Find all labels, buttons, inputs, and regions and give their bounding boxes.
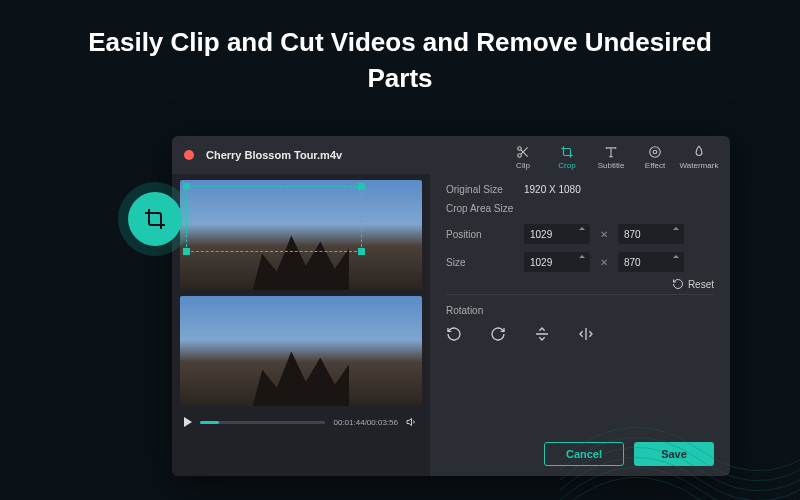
crop-area-label: Crop Area Size bbox=[446, 203, 714, 214]
close-icon[interactable] bbox=[184, 150, 194, 160]
tool-tabs: Clip Crop Subtitle Effect Watermark bbox=[502, 140, 720, 174]
crop-handle-bl[interactable] bbox=[183, 248, 190, 255]
crop-handle-br[interactable] bbox=[358, 248, 365, 255]
reset-icon bbox=[672, 278, 684, 290]
rotate-ccw-button[interactable] bbox=[446, 326, 462, 344]
tab-label: Subtitle bbox=[598, 161, 625, 170]
position-y-input[interactable] bbox=[618, 224, 684, 244]
times-icon: ✕ bbox=[600, 229, 608, 240]
original-size-label: Original Size bbox=[446, 184, 524, 195]
effect-icon bbox=[648, 145, 662, 159]
svg-marker-6 bbox=[407, 419, 412, 426]
tab-clip[interactable]: Clip bbox=[502, 140, 544, 174]
crop-rectangle[interactable] bbox=[186, 186, 362, 252]
tab-label: Effect bbox=[645, 161, 665, 170]
editor-window: Cherry Blossom Tour.m4v Clip Crop Subtit… bbox=[172, 136, 730, 476]
svg-point-0 bbox=[518, 146, 522, 150]
feature-badge bbox=[128, 192, 182, 246]
rotation-buttons bbox=[446, 326, 714, 344]
size-label: Size bbox=[446, 257, 524, 268]
crop-icon bbox=[143, 207, 167, 231]
filename-label: Cherry Blossom Tour.m4v bbox=[206, 149, 342, 161]
tab-effect[interactable]: Effect bbox=[634, 140, 676, 174]
footer-buttons: Cancel Save bbox=[544, 442, 714, 466]
subtitle-icon bbox=[604, 145, 618, 159]
reset-label: Reset bbox=[688, 279, 714, 290]
watermark-icon bbox=[692, 145, 706, 159]
rotate-cw-icon bbox=[490, 326, 506, 342]
tab-watermark[interactable]: Watermark bbox=[678, 140, 720, 174]
svg-point-1 bbox=[518, 153, 522, 157]
flip-vertical-icon bbox=[534, 326, 550, 342]
size-w-input[interactable] bbox=[524, 252, 590, 272]
player-controls: 00:01:44/00:03:56 bbox=[180, 412, 422, 434]
preview-pane: 00:01:44/00:03:56 bbox=[172, 174, 430, 476]
svg-point-5 bbox=[650, 146, 661, 157]
divider bbox=[446, 294, 714, 295]
tab-subtitle[interactable]: Subtitle bbox=[590, 140, 632, 174]
source-preview[interactable] bbox=[180, 180, 422, 290]
tab-label: Watermark bbox=[680, 161, 719, 170]
position-x-input[interactable] bbox=[524, 224, 590, 244]
flip-horizontal-button[interactable] bbox=[578, 326, 594, 344]
size-h-input[interactable] bbox=[618, 252, 684, 272]
volume-icon[interactable] bbox=[406, 416, 418, 428]
rotate-cw-button[interactable] bbox=[490, 326, 506, 344]
original-size-value: 1920 X 1080 bbox=[524, 184, 581, 195]
marketing-headline: Easily Clip and Cut Videos and Remove Un… bbox=[0, 0, 800, 97]
cancel-button[interactable]: Cancel bbox=[544, 442, 624, 466]
svg-point-4 bbox=[653, 150, 657, 154]
tab-label: Crop bbox=[558, 161, 575, 170]
times-icon: ✕ bbox=[600, 257, 608, 268]
crop-handle-tl[interactable] bbox=[183, 183, 190, 190]
reset-button[interactable]: Reset bbox=[672, 278, 714, 290]
tab-crop[interactable]: Crop bbox=[546, 140, 588, 174]
crop-icon bbox=[560, 145, 574, 159]
titlebar: Cherry Blossom Tour.m4v Clip Crop Subtit… bbox=[172, 136, 730, 174]
progress-bar[interactable] bbox=[200, 421, 325, 424]
output-preview bbox=[180, 296, 422, 406]
main-area: 00:01:44/00:03:56 Original Size 1920 X 1… bbox=[172, 174, 730, 476]
crop-handle-tr[interactable] bbox=[358, 183, 365, 190]
position-label: Position bbox=[446, 229, 524, 240]
time-display: 00:01:44/00:03:56 bbox=[333, 418, 398, 427]
rotation-label: Rotation bbox=[446, 305, 714, 316]
rotate-ccw-icon bbox=[446, 326, 462, 342]
flip-vertical-button[interactable] bbox=[534, 326, 550, 344]
tab-label: Clip bbox=[516, 161, 530, 170]
settings-pane: Original Size 1920 X 1080 Crop Area Size… bbox=[430, 174, 730, 476]
scissors-icon bbox=[516, 145, 530, 159]
save-button[interactable]: Save bbox=[634, 442, 714, 466]
flip-horizontal-icon bbox=[578, 326, 594, 342]
play-icon[interactable] bbox=[184, 417, 192, 427]
